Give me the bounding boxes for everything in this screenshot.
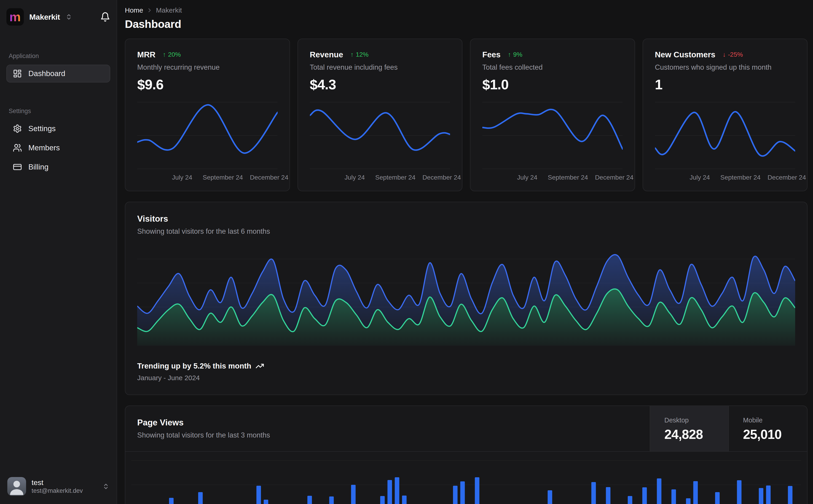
trend-badge: ↓-25%: [723, 51, 743, 58]
makerkit-logo: m: [6, 8, 24, 26]
visitors-chart-svg: [137, 247, 795, 347]
stats-grid: MRR ↑20% Monthly recurring revenue $9.6 …: [125, 39, 808, 191]
trend-up-arrow: ↑: [350, 51, 354, 58]
breadcrumb-current: Makerkit: [156, 6, 182, 14]
desktop-label: Desktop: [664, 416, 728, 424]
nav-label-members: Members: [28, 143, 60, 152]
fees-sparkline-chart: [482, 101, 623, 170]
trend-badge: ↑12%: [350, 51, 368, 58]
revenue-sparkline-chart: [310, 101, 450, 170]
page-views-title: Page Views: [137, 418, 638, 427]
trend-up-arrow: ↑: [163, 51, 166, 58]
stat-title: New Customers: [655, 50, 716, 59]
stat-card-fees: Fees ↑9% Total fees collected $1.0 July …: [470, 39, 635, 191]
nav-label-dashboard: Dashboard: [28, 69, 65, 78]
mobile-value: 25,010: [743, 427, 807, 442]
workspace-selector[interactable]: m Makerkit: [6, 8, 72, 26]
x-tick: September 24: [202, 174, 243, 181]
trend-value: 12%: [356, 51, 368, 58]
x-tick: July 24: [172, 174, 192, 181]
x-tick: December 24: [595, 174, 634, 181]
stat-description: Total revenue including fees: [310, 63, 450, 72]
page-views-subtitle: Showing total visitors for the last 3 mo…: [137, 431, 638, 439]
visitors-footer: Trending up by 5.2% this month January -…: [137, 362, 795, 382]
sidebar-item-billing[interactable]: Billing: [6, 158, 110, 176]
user-email: test@makerkit.dev: [32, 487, 83, 495]
stat-chart: July 24 September 24 December 24: [310, 101, 450, 183]
toggle-mobile[interactable]: Mobile 25,010: [728, 406, 807, 451]
stat-chart: July 24 September 24 December 24: [137, 101, 278, 183]
page-views-bar-chart: [125, 452, 807, 504]
trending-up-icon: [256, 362, 264, 370]
logo-letter: m: [9, 11, 21, 23]
page-views-bars-svg: [131, 452, 801, 504]
trend-down-arrow: ↓: [723, 51, 726, 58]
stat-card-mrr: MRR ↑20% Monthly recurring revenue $9.6 …: [125, 39, 290, 191]
stat-title: Fees: [482, 50, 501, 59]
trending-text: Trending up by 5.2% this month: [137, 362, 251, 370]
stat-value: $1.0: [482, 77, 623, 93]
users-icon: [13, 143, 22, 152]
workspace-name: Makerkit: [29, 13, 60, 21]
visitors-period: January - June 2024: [137, 374, 795, 382]
trend-up-arrow: ↑: [508, 51, 511, 58]
stat-description: Customers who signed up this month: [655, 63, 795, 72]
x-tick: December 24: [422, 174, 461, 181]
stat-value: $9.6: [137, 77, 278, 93]
stat-card-revenue: Revenue ↑12% Total revenue including fee…: [298, 39, 463, 191]
main-content: Home Makerkit Dashboard MRR ↑20% Monthly…: [117, 0, 813, 504]
mrr-sparkline-chart: [137, 101, 278, 170]
breadcrumb-home[interactable]: Home: [125, 6, 143, 14]
sidebar: m Makerkit Application Dashboard Setting…: [0, 0, 117, 504]
trend-value: -25%: [728, 51, 743, 58]
stat-title: MRR: [137, 50, 155, 59]
sidebar-item-members[interactable]: Members: [6, 139, 110, 157]
x-tick: July 24: [344, 174, 365, 181]
notifications-button[interactable]: [100, 12, 110, 22]
trend-value: 9%: [513, 51, 522, 58]
desktop-value: 24,828: [664, 427, 728, 442]
page-title: Dashboard: [125, 18, 808, 30]
x-tick: September 24: [548, 174, 588, 181]
sidebar-nav-settings: Settings Members Billing: [6, 120, 110, 177]
stat-value: $4.3: [310, 77, 450, 93]
stat-chart: July 24 September 24 December 24: [655, 101, 795, 183]
layout-dashboard-icon: [13, 69, 22, 78]
sidebar-item-settings[interactable]: Settings: [6, 120, 110, 138]
user-menu[interactable]: test test@makerkit.dev: [6, 475, 110, 498]
user-name: test: [32, 478, 83, 487]
stat-title: Revenue: [310, 50, 343, 59]
sparkline-x-axis: July 24 September 24 December 24: [655, 174, 795, 183]
trend-badge: ↑9%: [508, 51, 522, 58]
user-meta: test test@makerkit.dev: [32, 478, 83, 495]
page-views-card: Page Views Showing total visitors for th…: [125, 406, 808, 504]
toggle-desktop[interactable]: Desktop 24,828: [650, 406, 728, 451]
stat-description: Total fees collected: [482, 63, 623, 72]
sidebar-header: m Makerkit: [6, 8, 110, 26]
chevron-right-icon: [146, 7, 153, 13]
section-label-settings: Settings: [9, 108, 108, 115]
stat-card-new-customers: New Customers ↓-25% Customers who signed…: [643, 39, 808, 191]
visitors-area-chart: [137, 247, 795, 347]
sidebar-item-dashboard[interactable]: Dashboard: [6, 65, 110, 82]
x-tick: December 24: [768, 174, 806, 181]
chevrons-up-down-icon: [102, 483, 109, 490]
stat-chart: July 24 September 24 December 24: [482, 101, 623, 183]
trend-value: 20%: [168, 51, 181, 58]
section-label-application: Application: [9, 53, 108, 60]
user-avatar: [7, 477, 26, 496]
sparkline-x-axis: July 24 September 24 December 24: [310, 174, 450, 183]
x-tick: July 24: [690, 174, 710, 181]
sparkline-x-axis: July 24 September 24 December 24: [482, 174, 623, 183]
x-tick: September 24: [720, 174, 761, 181]
avatar-person-icon: [7, 477, 26, 496]
new-customers-sparkline-chart: [655, 101, 795, 170]
stat-value: 1: [655, 77, 795, 93]
visitors-card: Visitors Showing total visitors for the …: [125, 202, 808, 395]
page-views-titles: Page Views Showing total visitors for th…: [125, 406, 650, 451]
x-tick: December 24: [250, 174, 288, 181]
visitors-title: Visitors: [137, 214, 795, 224]
nav-label-billing: Billing: [28, 163, 48, 171]
breadcrumb: Home Makerkit: [125, 6, 808, 14]
nav-label-settings: Settings: [28, 124, 56, 133]
